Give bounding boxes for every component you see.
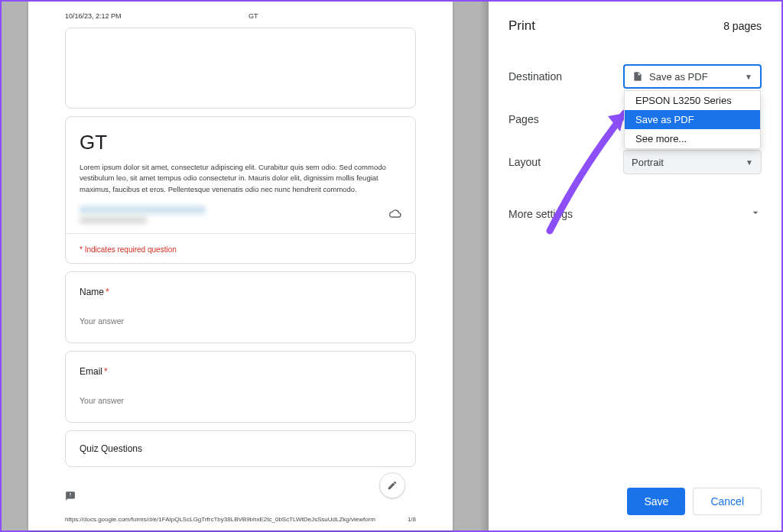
required-star: *	[104, 366, 108, 377]
preview-header-title: GT	[249, 12, 258, 20]
answer-placeholder: Your answer	[80, 316, 401, 326]
preview-timestamp: 10/16/23, 2:12 PM	[65, 12, 122, 20]
section-quiz: Quiz Questions	[65, 430, 416, 467]
question-email: Email* Your answer	[65, 351, 416, 423]
more-settings-toggle[interactable]: More settings	[508, 183, 762, 222]
page-number: 1/8	[408, 516, 416, 523]
panel-title: Print	[508, 18, 535, 34]
layout-value: Portrait	[632, 157, 664, 168]
page-count: 8 pages	[723, 20, 762, 32]
label-layout: Layout	[508, 156, 623, 168]
preview-page: 10/16/23, 2:12 PM GT GT Lorem ipsum dolo…	[28, 2, 453, 530]
form-title: GT	[80, 131, 401, 154]
file-icon	[632, 70, 643, 83]
form-title-card: GT Lorem ipsum dolor sit amet, consectet…	[65, 116, 416, 264]
required-star: *	[106, 287, 109, 297]
footer-url: https://docs.google.com/forms/d/e/1FAIpQ…	[65, 516, 375, 523]
print-preview-pane: 10/16/23, 2:12 PM GT GT Lorem ipsum dolo…	[2, 2, 479, 530]
dd-option-see-more[interactable]: See more...	[625, 129, 760, 148]
question-name: Name* Your answer	[65, 271, 416, 343]
section-label: Quiz Questions	[66, 431, 415, 466]
print-panel: Print 8 pages Destination Save as PDF ▼ …	[489, 2, 781, 530]
cancel-button[interactable]: Cancel	[693, 488, 762, 515]
label-pages: Pages	[508, 113, 623, 125]
feedback-icon[interactable]	[65, 491, 76, 504]
redacted-account	[80, 206, 206, 214]
answer-placeholder: Your answer	[80, 396, 401, 405]
required-notice: * Indicates required question	[80, 245, 177, 254]
form-description: Lorem ipsum dolor sit amet, consectetur …	[80, 162, 401, 195]
form-header-image	[65, 28, 416, 109]
cloud-icon	[389, 209, 401, 220]
destination-value: Save as PDF	[649, 71, 708, 83]
caret-down-icon: ▼	[746, 158, 753, 167]
redacted-line	[80, 216, 147, 224]
destination-menu: EPSON L3250 Series Save as PDF See more.…	[624, 90, 761, 149]
q2-label: Email	[80, 366, 102, 377]
q1-label: Name	[80, 287, 104, 297]
label-destination: Destination	[508, 70, 623, 83]
caret-down-icon: ▼	[745, 73, 752, 81]
layout-dropdown[interactable]: Portrait ▼	[623, 150, 762, 174]
save-button[interactable]: Save	[627, 488, 685, 515]
destination-dropdown[interactable]: Save as PDF ▼ EPSON L3250 Series Save as…	[623, 64, 762, 89]
edit-form-button[interactable]	[379, 472, 405, 498]
dd-option-save-pdf[interactable]: Save as PDF	[625, 110, 760, 129]
label-more: More settings	[508, 208, 573, 220]
chevron-down-icon	[749, 206, 762, 222]
dd-option-epson[interactable]: EPSON L3250 Series	[625, 91, 760, 110]
